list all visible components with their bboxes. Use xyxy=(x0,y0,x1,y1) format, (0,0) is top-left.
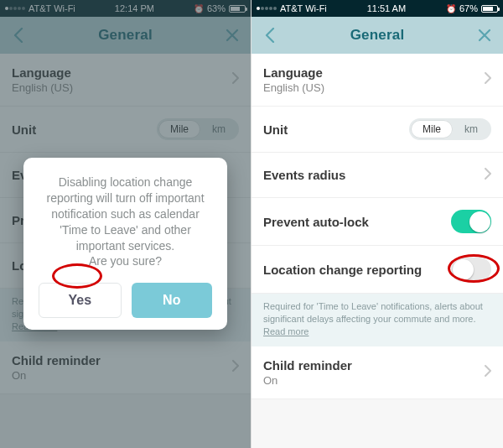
close-icon[interactable] xyxy=(224,27,241,44)
phone-screen-right: AT&T Wi-Fi 11:51 AM ⏰ 67% General Langua… xyxy=(252,0,503,448)
row-value: English (US) xyxy=(263,81,324,94)
phone-screen-left: AT&T Wi-Fi 12:14 PM ⏰ 63% General L xyxy=(0,0,252,448)
chevron-right-icon xyxy=(232,360,239,375)
row-location-reporting: Location change reporting xyxy=(252,246,503,294)
back-icon[interactable] xyxy=(10,27,27,44)
carrier-label: AT&T Wi-Fi xyxy=(29,3,75,13)
row-unit: Unit Mile km xyxy=(252,107,503,153)
unit-segmented[interactable]: Mile km xyxy=(157,118,239,140)
row-label: Prevent auto-lock xyxy=(263,215,369,229)
battery-pct: 67% xyxy=(459,3,478,13)
row-language[interactable]: Language English (US) xyxy=(0,54,251,107)
row-label: Events radius xyxy=(263,168,345,182)
page-title: General xyxy=(27,27,224,44)
alarm-icon: ⏰ xyxy=(194,4,204,13)
battery-icon xyxy=(481,5,498,13)
prevent-autolock-toggle[interactable] xyxy=(451,210,491,233)
dialog-message: Disabling location change reporting will… xyxy=(39,175,212,269)
status-bar: AT&T Wi-Fi 11:51 AM ⏰ 67% xyxy=(252,0,503,17)
chevron-right-icon xyxy=(485,168,491,183)
row-events-radius[interactable]: Events radius xyxy=(252,153,503,198)
segment-km[interactable]: km xyxy=(453,120,490,138)
screen-header: General xyxy=(0,17,251,54)
battery-icon xyxy=(229,5,246,13)
row-label: Unit xyxy=(12,122,36,137)
read-more-link[interactable]: Read more xyxy=(263,326,309,336)
chevron-right-icon xyxy=(485,365,491,380)
settings-list: Language English (US) Unit Mile km Event… xyxy=(252,54,503,294)
confirm-dialog: Disabling location change reporting will… xyxy=(23,158,227,330)
segment-mile[interactable]: Mile xyxy=(411,120,453,138)
row-child-reminder[interactable]: Child reminder On xyxy=(0,341,251,394)
location-reporting-toggle[interactable] xyxy=(451,258,491,281)
close-icon[interactable] xyxy=(476,27,493,44)
row-child-reminder[interactable]: Child reminder On xyxy=(252,346,503,399)
alarm-icon: ⏰ xyxy=(446,4,456,13)
row-label: Child reminder xyxy=(263,358,352,372)
row-label: Language xyxy=(263,65,324,80)
signal-dots-icon xyxy=(257,7,277,10)
row-label: Child reminder xyxy=(12,353,101,367)
row-value: English (US) xyxy=(12,81,73,94)
row-label: Unit xyxy=(263,122,288,137)
yes-button[interactable]: Yes xyxy=(39,283,122,318)
carrier-label: AT&T Wi-Fi xyxy=(280,3,327,13)
chevron-right-icon xyxy=(485,72,491,87)
status-bar: AT&T Wi-Fi 12:14 PM ⏰ 63% xyxy=(0,0,251,17)
row-label: Location change reporting xyxy=(263,263,422,277)
screen-header: General xyxy=(252,17,503,54)
no-button[interactable]: No xyxy=(132,283,213,318)
chevron-right-icon xyxy=(232,72,239,87)
row-unit: Unit Mile km xyxy=(0,107,251,153)
footnote: Required for 'Time to Leave' notificatio… xyxy=(252,294,503,346)
battery-pct: 63% xyxy=(207,3,226,13)
row-value: On xyxy=(12,369,101,382)
status-time: 12:14 PM xyxy=(115,3,154,13)
status-time: 11:51 AM xyxy=(367,3,406,13)
footnote-text: Required for 'Time to Leave' notificatio… xyxy=(263,301,483,324)
row-value: On xyxy=(263,374,352,387)
back-icon[interactable] xyxy=(262,27,278,44)
unit-segmented[interactable]: Mile km xyxy=(409,118,491,140)
row-label: Language xyxy=(12,65,73,80)
row-prevent-autolock: Prevent auto-lock xyxy=(252,198,503,246)
signal-dots-icon xyxy=(5,7,25,10)
segment-km[interactable]: km xyxy=(200,120,237,138)
page-title: General xyxy=(278,27,476,44)
segment-mile[interactable]: Mile xyxy=(158,120,200,138)
row-language[interactable]: Language English (US) xyxy=(252,54,503,107)
